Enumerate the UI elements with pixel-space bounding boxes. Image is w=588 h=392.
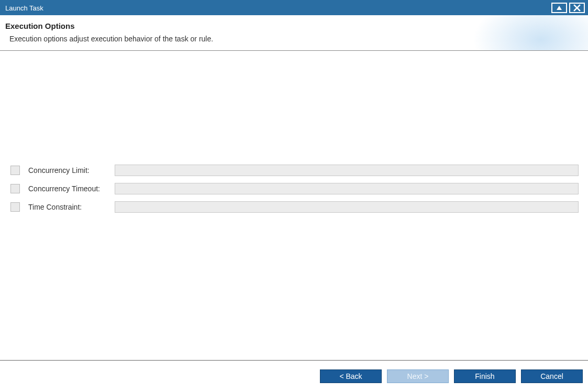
body-area: Concurrency Limit: Concurrency Timeout: … xyxy=(0,51,588,360)
time-constraint-row: Time Constraint: xyxy=(10,198,579,216)
page-description: Execution options adjust execution behav… xyxy=(5,35,581,43)
svg-marker-0 xyxy=(557,6,562,10)
close-button[interactable] xyxy=(569,3,585,13)
finish-button[interactable]: Finish xyxy=(454,369,516,383)
concurrency-timeout-row: Concurrency Timeout: xyxy=(10,179,579,198)
page-title: Execution Options xyxy=(5,21,581,30)
next-button: Next > xyxy=(387,369,449,383)
concurrency-timeout-checkbox[interactable] xyxy=(10,184,20,193)
back-button[interactable]: < Back xyxy=(320,369,382,383)
concurrency-limit-checkbox[interactable] xyxy=(10,166,20,175)
time-constraint-label: Time Constraint: xyxy=(28,203,115,211)
concurrency-limit-input-wrap xyxy=(115,165,579,176)
concurrency-limit-row: Concurrency Limit: xyxy=(10,161,579,179)
triangle-up-icon xyxy=(556,5,562,10)
time-constraint-input[interactable] xyxy=(115,201,579,213)
concurrency-timeout-input-wrap xyxy=(115,183,579,194)
window-title: Launch Task xyxy=(5,4,43,12)
concurrency-timeout-input[interactable] xyxy=(115,183,579,194)
execution-options-block: Concurrency Limit: Concurrency Timeout: … xyxy=(10,161,579,216)
collapse-button[interactable] xyxy=(551,3,567,13)
close-icon xyxy=(573,4,581,12)
concurrency-limit-input[interactable] xyxy=(115,165,579,176)
time-constraint-input-wrap xyxy=(115,201,579,213)
titlebar: Launch Task xyxy=(0,1,588,15)
header-panel: Execution Options Execution options adju… xyxy=(0,15,588,51)
concurrency-limit-label: Concurrency Limit: xyxy=(28,166,115,175)
cancel-button[interactable]: Cancel xyxy=(521,369,583,383)
footer: < Back Next > Finish Cancel xyxy=(0,361,588,392)
time-constraint-checkbox[interactable] xyxy=(10,202,20,212)
launch-task-window: Launch Task Execution Options Execution … xyxy=(0,0,588,392)
concurrency-timeout-label: Concurrency Timeout: xyxy=(28,184,115,193)
title-controls xyxy=(551,3,585,13)
